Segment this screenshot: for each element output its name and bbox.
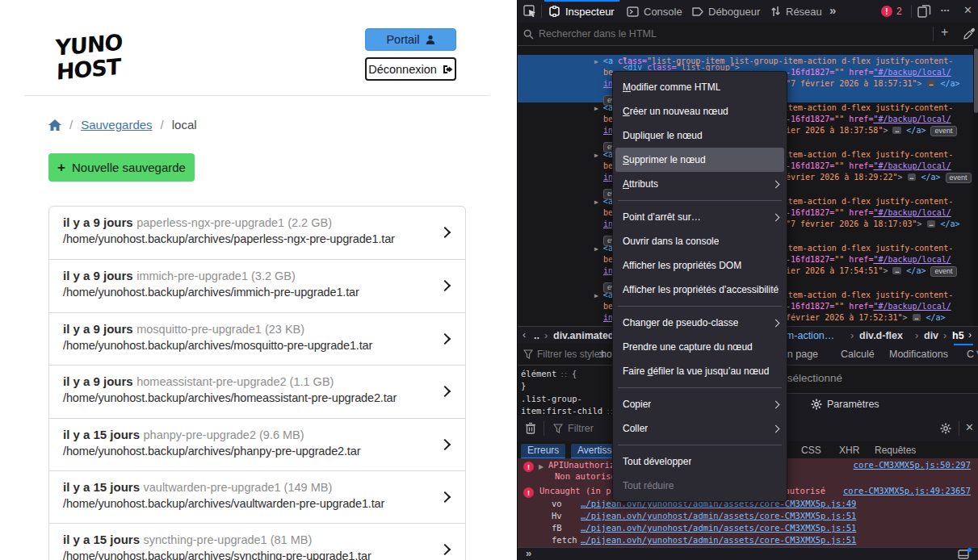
close-devtools-icon[interactable]: ✕ <box>963 4 972 16</box>
source-link[interactable]: core-CM3XMX5p.js:50:297 <box>854 460 971 470</box>
crumb-div[interactable]: div <box>924 330 938 341</box>
error-badge-icon[interactable]: ! <box>881 6 892 17</box>
menu-item-change-pseudo-class[interactable]: Changer de pseudo-classe <box>613 311 787 335</box>
collapsed-content-icon[interactable]: … <box>908 173 917 181</box>
tab-computed[interactable]: Calculé <box>841 349 875 360</box>
close-console-icon[interactable]: ✕ <box>965 421 974 433</box>
backup-row[interactable]: il y a 9 jours mosquitto-pre-upgrade1 (2… <box>49 312 465 365</box>
menu-item-delete-node[interactable]: Supprimer le nœud <box>615 148 784 172</box>
event-badge[interactable]: event <box>946 173 972 183</box>
css-selector-line1[interactable]: .list-group- <box>521 394 582 403</box>
menu-item-show-accessibility-properties[interactable]: Afficher les propriétés d’accessibilité <box>613 278 787 302</box>
search-input[interactable] <box>537 25 928 43</box>
chip-errors[interactable]: Erreurs <box>521 444 565 459</box>
menu-item-scroll-into-view[interactable]: Faire défiler la vue jusqu’au nœud <box>613 359 787 383</box>
tab-console[interactable]: Console <box>627 0 682 23</box>
rules-filter-placeholder[interactable]: Filtrer les styles <box>537 349 604 360</box>
responsive-mode-icon[interactable] <box>917 5 931 18</box>
backup-age: il y a 15 jours <box>63 533 140 546</box>
console-filter-placeholder[interactable]: Filtrer <box>568 423 594 434</box>
tree-scrollbar[interactable] <box>973 45 978 326</box>
backup-row[interactable]: il y a 9 jours homeassistant-pre-upgrade… <box>49 365 465 417</box>
new-backup-label: Nouvelle sauvegarde <box>72 161 186 174</box>
logout-button[interactable]: Déconnexion <box>365 57 456 81</box>
pick-element-icon[interactable] <box>523 5 537 18</box>
crumb-div-d-flex[interactable]: div.d-flex <box>859 330 903 341</box>
tab-inspector-label: Inspecteur <box>565 6 615 18</box>
settings-bar[interactable]: Paramètres <box>769 393 978 416</box>
backup-row[interactable]: il y a 15 jours syncthing-pre-upgrade1 (… <box>49 523 465 560</box>
expander-closed-icon[interactable]: ▶ <box>594 199 598 206</box>
backup-row[interactable]: il y a 15 jours vaultwarden-pre-upgrade1… <box>49 470 465 523</box>
collapsed-content-icon[interactable]: … <box>913 314 921 321</box>
breadcrumb-backups-link[interactable]: Sauvegardes <box>81 118 152 132</box>
breadcrumb-sep: / <box>69 118 73 132</box>
menu-item-show-dom-properties[interactable]: Afficher les propriétés DOM <box>613 253 787 278</box>
menu-item-edit-as-html[interactable]: Modifier comme HTML <box>613 75 787 99</box>
expander-closed-icon[interactable]: ▶ <box>594 245 598 253</box>
menu-item-collapse-all[interactable]: Tout réduire <box>613 474 787 498</box>
backup-row[interactable]: il y a 9 jours paperless-ngx-pre-upgrade… <box>49 207 465 259</box>
chip-requests[interactable]: Requêtes <box>868 444 922 458</box>
devtools-panel: Inspecteur Console Débogueur <box>517 0 978 560</box>
tab-network-label: Réseau <box>786 6 822 18</box>
add-search-icon[interactable]: + <box>941 25 948 40</box>
stack-frame-src[interactable]: …/pijean.ovh/yunohost/admin/assets/core-… <box>581 535 856 545</box>
chip-xhr[interactable]: XHR <box>833 444 866 458</box>
backup-path: /home/yunohost.backup/archives/homeassis… <box>63 391 433 404</box>
expander-closed-icon[interactable]: ▶ <box>594 152 598 159</box>
menu-item-copy[interactable]: Copier <box>613 392 787 416</box>
expander-closed-icon[interactable]: ▶ <box>594 58 598 65</box>
new-backup-button[interactable]: + Nouvelle sauvegarde <box>48 153 195 182</box>
event-badge[interactable]: event <box>930 266 956 277</box>
menu-item-create-node[interactable]: Créer un nouveau nœud <box>613 99 787 123</box>
menu-item-break-on[interactable]: Point d’arrêt sur… <box>613 205 787 229</box>
menu-item-expand-all[interactable]: Tout développer <box>613 449 787 474</box>
tabs-overflow-icon[interactable]: ▼ <box>975 349 978 357</box>
yunohost-logo[interactable]: YUNO HOST <box>55 24 144 85</box>
trash-icon[interactable] <box>525 422 536 434</box>
inline-style-rule[interactable]: élément ⸬ { <box>521 369 577 379</box>
backup-meta: paperless-ngx-pre-upgrade1 (2.2 GB) <box>136 216 332 229</box>
more-tabs-chevrons[interactable]: » <box>829 3 836 17</box>
console-settings-gear-icon[interactable] <box>940 423 951 434</box>
tab-debugger[interactable]: Débogueur <box>691 0 760 23</box>
crumb-collapsed[interactable]: .. <box>534 330 539 341</box>
crumb-scroll-right-icon[interactable]: › <box>968 329 972 341</box>
collapsed-content-icon[interactable]: … <box>927 220 936 228</box>
menu-item-attributes[interactable]: Attributs <box>613 172 787 196</box>
stack-frame-fn: vo <box>552 499 562 508</box>
menu-item-screenshot-node[interactable]: Prendre une capture du nœud <box>613 335 787 359</box>
menu-item-use-in-console[interactable]: Ouvrir dans la console <box>613 229 787 253</box>
tab-compatibility[interactable]: C <box>967 349 974 360</box>
chip-css[interactable]: CSS <box>795 444 828 458</box>
expander-closed-icon[interactable]: ▶ <box>594 105 598 112</box>
collapsed-content-icon[interactable]: … <box>892 267 901 274</box>
collapsed-content-icon[interactable]: … <box>892 127 901 134</box>
menu-item-paste[interactable]: Coller <box>613 416 787 441</box>
stack-frame-fn: fetch <box>552 535 577 545</box>
expander-closed-icon[interactable]: ▶ <box>539 463 544 470</box>
portal-button[interactable]: Portail <box>365 28 456 51</box>
crumb-h5[interactable]: h5 <box>952 330 964 341</box>
tab-changes[interactable]: Modifications <box>889 349 948 360</box>
eyedropper-icon[interactable] <box>963 27 976 40</box>
logout-icon <box>443 65 453 74</box>
tab-inspector[interactable]: Inspecteur <box>548 0 615 23</box>
stack-frame-src[interactable]: …/pijean.ovh/yunohost/admin/assets/core-… <box>581 511 856 520</box>
expander-closed-icon[interactable]: ▶ <box>594 292 598 299</box>
collapsed-content-icon[interactable]: … <box>927 80 936 87</box>
console-more-icon[interactable]: » <box>526 547 531 559</box>
tab-network[interactable]: Réseau <box>770 0 822 23</box>
crumb-scroll-left-icon[interactable]: ‹ <box>523 329 526 341</box>
menu-item-duplicate-node[interactable]: Dupliquer le nœud <box>613 123 787 148</box>
submenu-arrow-icon <box>772 180 780 188</box>
stack-frame-src[interactable]: …/pijean.ovh/yunohost/admin/assets/core-… <box>581 523 856 533</box>
event-badge[interactable]: event <box>930 126 956 136</box>
crumb-div-animated[interactable]: div.animated <box>553 330 614 341</box>
backup-row[interactable]: il y a 9 jours immich-pre-upgrade1 (3.2 … <box>49 259 465 311</box>
home-icon[interactable] <box>48 119 61 131</box>
source-link[interactable]: core-CM3XMX5p.js:49:23657 <box>843 486 971 495</box>
meatball-menu-icon[interactable]: ••• <box>941 6 950 14</box>
backup-row[interactable]: il y a 15 jours phanpy-pre-upgrade2 (9.6… <box>49 418 465 470</box>
